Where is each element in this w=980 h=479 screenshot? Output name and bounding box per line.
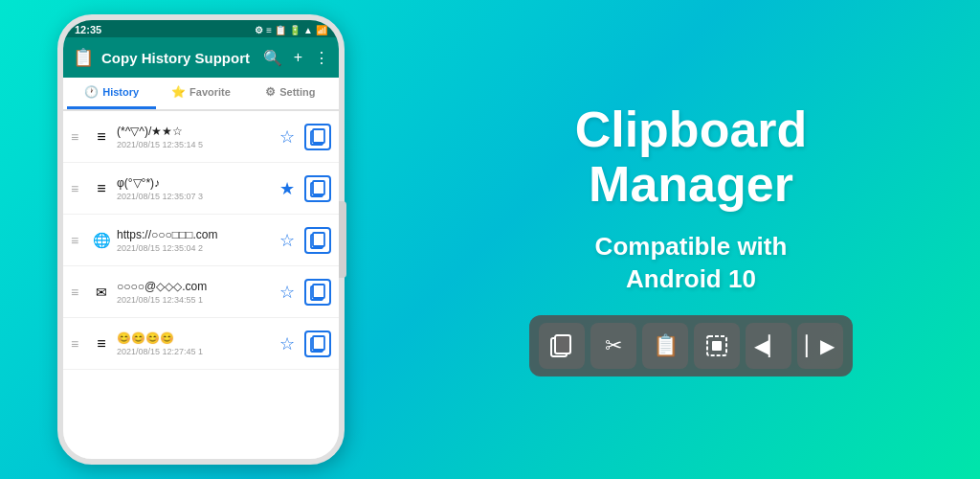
setting-tab-icon: ⚙ xyxy=(265,85,276,99)
prev-icon: ◀▏ xyxy=(754,334,783,357)
star-button[interactable]: ★ xyxy=(276,178,299,199)
drag-handle-icon[interactable]: ≡ xyxy=(71,336,86,352)
copy-button[interactable] xyxy=(304,175,331,202)
paste-button[interactable]: 📋 xyxy=(642,323,688,369)
svg-rect-1 xyxy=(313,129,324,143)
copy-icon xyxy=(310,284,325,301)
clipboard-status-icon: 📋 xyxy=(275,25,286,35)
history-tab-icon: 🕐 xyxy=(84,85,99,99)
web-type-icon: 🌐 xyxy=(92,232,111,249)
paste-icon: 📋 xyxy=(653,333,679,358)
item-text: (*^▽^)/★★☆ xyxy=(117,125,270,138)
wifi-status-icon: ▲ xyxy=(303,25,313,35)
copy-icon xyxy=(310,128,325,146)
app-toolbar: 📋 Copy History Support 🔍 + ⋮ xyxy=(63,37,339,78)
tab-history[interactable]: 🕐 History xyxy=(67,78,156,109)
star-button[interactable]: ☆ xyxy=(276,333,299,354)
status-time: 12:35 xyxy=(75,24,101,35)
phone-container: 12:35 ⚙ ≡ 📋 🔋 ▲ 📶 📋 Copy History Support… xyxy=(0,0,402,479)
next-icon: ▏▶ xyxy=(806,334,835,357)
menu-status-icon: ≡ xyxy=(266,25,272,35)
toolbar-actions: 🔍 + ⋮ xyxy=(263,49,329,67)
email-type-icon: ✉ xyxy=(92,285,111,300)
text-type-icon: ≡ xyxy=(92,128,111,146)
drag-handle-icon[interactable]: ≡ xyxy=(71,129,86,145)
favorite-tab-icon: ⭐ xyxy=(171,85,186,99)
copy-clipboard-button[interactable] xyxy=(539,323,585,369)
signal-status-icon: 📶 xyxy=(316,25,327,35)
phone: 12:35 ⚙ ≡ 📋 🔋 ▲ 📶 📋 Copy History Support… xyxy=(57,14,345,465)
history-tab-label: History xyxy=(102,86,139,98)
status-bar: 12:35 ⚙ ≡ 📋 🔋 ▲ 📶 xyxy=(63,20,339,37)
copy-button[interactable] xyxy=(304,227,331,254)
star-button[interactable]: ☆ xyxy=(276,126,299,148)
drag-handle-icon[interactable]: ≡ xyxy=(71,285,86,300)
item-text: 😊😊😊😊 xyxy=(117,331,270,345)
list-item: ≡ ≡ 😊😊😊😊 2021/08/15 12:27:45 1 ☆ xyxy=(63,318,339,370)
icon-bar: ✂ 📋 ◀▏ ▏▶ xyxy=(529,315,853,376)
list-item: ≡ ≡ φ(°▽°*)♪ 2021/08/15 12:35:07 3 ★ xyxy=(63,163,339,215)
clipboard-list: ≡ ≡ (*^▽^)/★★☆ 2021/08/15 12:35:14 5 ☆ ≡… xyxy=(63,111,339,459)
next-button[interactable]: ▏▶ xyxy=(797,323,843,369)
copy-button[interactable] xyxy=(304,279,331,306)
phone-edge xyxy=(339,201,346,278)
tabs: 🕐 History ⭐ Favorite ⚙ Setting xyxy=(63,78,339,111)
item-content: (*^▽^)/★★☆ 2021/08/15 12:35:14 5 xyxy=(117,125,270,149)
drag-handle-icon[interactable]: ≡ xyxy=(71,233,86,248)
right-panel: ClipboardManager Compatible withAndroid … xyxy=(402,83,980,396)
item-text: φ(°▽°*)♪ xyxy=(117,176,270,190)
prev-button[interactable]: ◀▏ xyxy=(746,323,791,369)
tab-favorite[interactable]: ⭐ Favorite xyxy=(156,78,245,109)
app-icon: 📋 xyxy=(73,47,94,68)
add-button[interactable]: + xyxy=(294,49,302,67)
item-content: https://○○○□□□.com 2021/08/15 12:35:04 2 xyxy=(117,228,270,253)
item-content: φ(°▽°*)♪ 2021/08/15 12:35:07 3 xyxy=(117,176,270,201)
star-button[interactable]: ☆ xyxy=(276,282,299,303)
list-item: ≡ ✉ ○○○○@◇◇◇.com 2021/08/15 12:34:55 1 ☆ xyxy=(63,266,339,318)
select-all-icon xyxy=(704,333,729,358)
select-all-button[interactable] xyxy=(694,323,740,369)
star-button[interactable]: ☆ xyxy=(276,230,299,251)
list-item: ≡ 🌐 https://○○○□□□.com 2021/08/15 12:35:… xyxy=(63,215,339,266)
cut-button[interactable]: ✂ xyxy=(590,323,636,369)
item-meta: 2021/08/15 12:35:14 5 xyxy=(117,140,270,149)
item-content: 😊😊😊😊 2021/08/15 12:27:45 1 xyxy=(117,331,270,356)
copy-clipboard-icon xyxy=(549,333,574,358)
item-content: ○○○○@◇◇◇.com 2021/08/15 12:34:55 1 xyxy=(117,280,270,305)
item-text: https://○○○□□□.com xyxy=(117,228,270,241)
search-button[interactable]: 🔍 xyxy=(263,49,282,67)
item-meta: 2021/08/15 12:35:07 3 xyxy=(117,192,270,201)
menu-button[interactable]: ⋮ xyxy=(314,49,329,67)
setting-tab-label: Setting xyxy=(279,86,315,98)
svg-rect-3 xyxy=(313,181,324,194)
settings-status-icon: ⚙ xyxy=(255,25,263,35)
svg-rect-5 xyxy=(313,233,324,246)
favorite-tab-label: Favorite xyxy=(189,86,231,98)
list-item: ≡ ≡ (*^▽^)/★★☆ 2021/08/15 12:35:14 5 ☆ xyxy=(63,111,339,163)
svg-rect-7 xyxy=(313,285,324,298)
toolbar-title: Copy History Support xyxy=(101,50,256,66)
copy-button[interactable] xyxy=(304,124,331,150)
cut-icon: ✂ xyxy=(605,333,622,358)
battery-status-icon: 🔋 xyxy=(289,25,301,35)
copy-button[interactable] xyxy=(304,331,331,357)
svg-rect-9 xyxy=(313,336,324,350)
tab-setting[interactable]: ⚙ Setting xyxy=(246,78,335,109)
drag-handle-icon[interactable]: ≡ xyxy=(71,181,86,196)
svg-rect-13 xyxy=(712,341,722,351)
text-type-icon: ≡ xyxy=(92,180,111,197)
copy-icon xyxy=(310,335,325,353)
status-icons: ⚙ ≡ 📋 🔋 ▲ 📶 xyxy=(255,25,327,35)
text-type-icon: ≡ xyxy=(92,335,111,353)
item-meta: 2021/08/15 12:27:45 1 xyxy=(117,347,270,356)
item-text: ○○○○@◇◇◇.com xyxy=(117,280,270,293)
item-meta: 2021/08/15 12:34:55 1 xyxy=(117,295,270,305)
item-meta: 2021/08/15 12:35:04 2 xyxy=(117,243,270,253)
sub-title: Compatible withAndroid 10 xyxy=(595,231,788,296)
copy-icon xyxy=(310,232,325,249)
main-title: ClipboardManager xyxy=(575,103,808,212)
svg-rect-11 xyxy=(555,335,570,354)
copy-icon xyxy=(310,180,325,197)
